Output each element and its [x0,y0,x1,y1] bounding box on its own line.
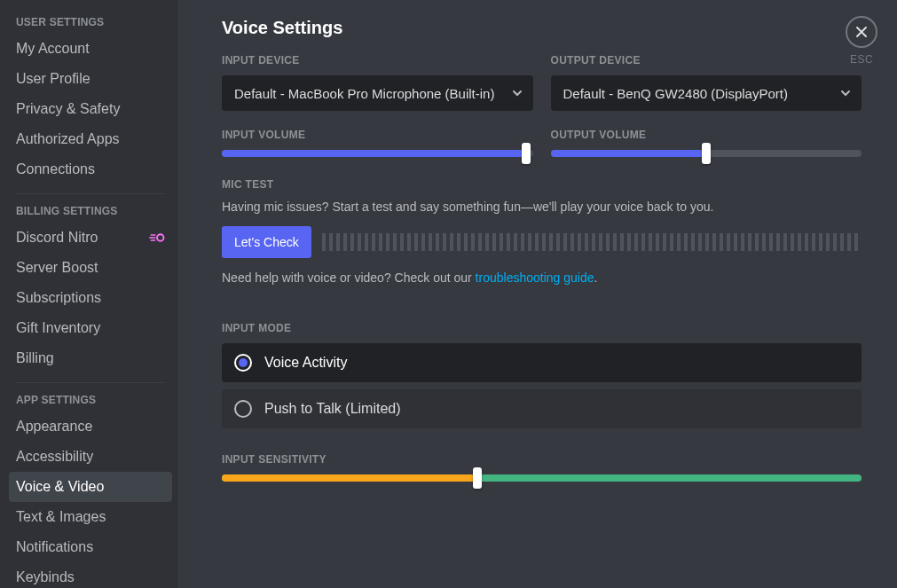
mic-test-description: Having mic issues? Start a test and say … [222,200,862,214]
input-sensitivity-slider[interactable] [222,474,862,482]
output-volume-grabber[interactable] [702,143,711,164]
sidebar-item-accessibility[interactable]: Accessibility [9,442,172,472]
sidebar-item-text-images[interactable]: Text & Images [9,502,172,532]
chevron-down-icon [838,86,853,100]
input-sensitivity-low-zone [222,474,477,482]
output-volume-fill [551,150,706,157]
input-mode-label: INPUT MODE [222,322,862,334]
sidebar-item-keybinds[interactable]: Keybinds [9,562,172,588]
esc-label: ESC [846,53,877,66]
sidebar-item-connections[interactable]: Connections [9,154,172,184]
output-device-label: OUTPUT DEVICE [551,54,862,67]
input-mode-option-label: Voice Activity [264,355,347,371]
input-volume-grabber[interactable] [522,143,531,164]
settings-sidebar: USER SETTINGS My Account User Profile Pr… [0,0,177,588]
input-mode-voice-activity[interactable]: Voice Activity [222,343,862,382]
sidebar-header-app: APP SETTINGS [9,394,172,412]
lets-check-button[interactable]: Let's Check [222,226,311,258]
help-text: Need help with voice or video? Check out… [222,270,862,285]
sidebar-item-authorized-apps[interactable]: Authorized Apps [9,124,172,154]
radio-icon [234,354,252,372]
output-volume-label: OUTPUT VOLUME [551,129,862,141]
sidebar-item-notifications[interactable]: Notifications [9,532,172,562]
close-icon [854,25,869,39]
input-volume-fill [222,150,526,157]
input-device-value: Default - MacBook Pro Microphone (Built-… [234,86,494,101]
input-volume-label: INPUT VOLUME [222,129,533,141]
radio-icon [234,400,252,418]
sidebar-item-server-boost[interactable]: Server Boost [9,253,172,283]
chevron-down-icon [510,86,524,100]
sidebar-item-subscriptions[interactable]: Subscriptions [9,283,172,313]
svg-point-0 [157,234,164,241]
input-sensitivity-label: INPUT SENSITIVITY [222,453,862,466]
input-device-label: INPUT DEVICE [222,54,533,67]
mic-level-meter [322,233,862,251]
output-volume-slider[interactable] [551,150,862,157]
output-device-value: Default - BenQ GW2480 (DisplayPort) [563,86,788,101]
input-device-select[interactable]: Default - MacBook Pro Microphone (Built-… [222,75,533,111]
sidebar-item-voice-video[interactable]: Voice & Video [9,472,172,502]
page-title: Voice Settings [222,18,862,38]
mic-test-label: MIC TEST [222,178,862,191]
input-mode-option-label: Push to Talk (Limited) [264,401,401,417]
input-mode-push-to-talk[interactable]: Push to Talk (Limited) [222,389,862,428]
close-area: ESC [846,16,877,66]
sidebar-header-billing: BILLING SETTINGS [9,205,172,223]
nitro-badge-icon [149,232,165,243]
sidebar-item-discord-nitro[interactable]: Discord Nitro [9,223,172,253]
settings-main: ESC Voice Settings INPUT DEVICE Default … [177,0,897,588]
troubleshooting-link[interactable]: troubleshooting guide [476,270,594,285]
sidebar-item-appearance[interactable]: Appearance [9,412,172,442]
output-device-select[interactable]: Default - BenQ GW2480 (DisplayPort) [551,75,862,111]
sidebar-item-gift-inventory[interactable]: Gift Inventory [9,313,172,343]
sidebar-item-billing[interactable]: Billing [9,343,172,373]
sidebar-divider [16,193,165,194]
input-volume-slider[interactable] [222,150,533,157]
sidebar-header-user: USER SETTINGS [9,16,172,34]
sidebar-item-my-account[interactable]: My Account [9,34,172,64]
close-button[interactable] [846,16,877,48]
sidebar-divider [16,382,165,383]
sidebar-item-user-profile[interactable]: User Profile [9,64,172,94]
input-sensitivity-grabber[interactable] [473,467,482,489]
sidebar-item-privacy-safety[interactable]: Privacy & Safety [9,94,172,124]
